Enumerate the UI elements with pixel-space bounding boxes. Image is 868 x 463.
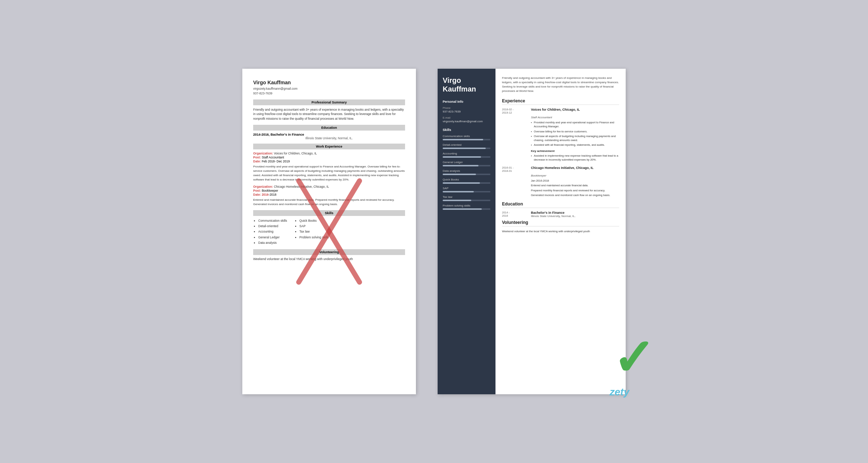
skill-bar-fill [443,208,482,210]
left-phone: 937-823-7639 [253,91,405,96]
right-email: virgozety.kauffman@gmail.com [443,120,490,123]
resume-left: Virgo Kauffman virgozety.kauffmann@gmail… [242,69,416,394]
list-item: Data analysis [258,240,287,246]
right-summary: Friendly and outgoing accountant with 3+… [502,76,619,93]
right-job1-header: 2018-02 - 2019-12 Voices for Children, C… [502,108,619,114]
skill-bar-fill [443,182,480,184]
skill-bar-fill [443,165,478,166]
list-item: Accounting [258,229,287,234]
right-name: VirgoKauffman [443,76,490,93]
list-item: SAP [299,224,329,229]
left-contact: virgozety.kauffmann@gmail.com 937-823-76… [253,86,405,96]
right-phone: 937-823-7639 [443,110,490,113]
list-item: Problem solving skills [299,235,329,240]
skill-data-analysis: Data analysis [443,169,490,175]
left-job2-post: Post: Bookkeeper [253,189,405,192]
right-volunteer-title: Volunteering [502,220,619,226]
list-item: Communication skills [258,218,287,224]
list-item: Quick Books [299,218,329,224]
left-edu-header: Education [253,125,405,131]
right-job1-bullet3: Oversaw all aspects of budgeting includi… [531,134,619,143]
skill-bar-bg [443,165,490,166]
resume-right: VirgoKauffman Personal Info Phone 937-82… [438,69,626,394]
skill-bar-fill [443,148,486,149]
right-sidebar: VirgoKauffman Personal Info Phone 937-82… [438,69,495,394]
left-job2-org: Organization: Chicago Homeless Initiativ… [253,185,405,188]
skill-bar-bg [443,200,490,201]
left-job1-date: Date: Feb 2018- Dec 2019 [253,160,405,163]
skill-bar-fill [443,156,481,158]
left-edu-degree: 2014-2016, Bachelor's in Finance [253,133,405,136]
skill-bar-bg [443,208,490,210]
left-email: virgozety.kauffmann@gmail.com [253,86,405,91]
skill-bar-bg [443,148,490,149]
left-job2-desc: Entered and maintained accurate financia… [253,198,405,207]
left-skills-grid: Communication skills Detail-oriented Acc… [253,218,405,246]
skill-bar-fill [443,174,476,175]
right-job1-dates: 2018-02 - 2019-12 [502,108,527,114]
skill-quickbooks: Quick Books [443,178,490,184]
skill-bar-bg [443,191,490,192]
right-job1-bullet1: Provided monthly and year-end operationa… [531,120,619,129]
left-job1-desc: Provided monthly and year-end operationa… [253,165,405,182]
right-job2: 2016-01 - 2018-01 Chicago Homeless Initi… [502,166,619,197]
right-volunteer-text: Weekend volunteer at the local YMCA work… [502,229,619,233]
left-volunteer-text: Weekend volunteer at the local YMCA work… [253,257,405,261]
skill-bar-fill [443,200,471,201]
skill-accounting: Accounting [443,152,490,158]
right-job1-details: Staff Accountant Provided monthly and ye… [502,116,619,162]
list-item: General Ledger [258,235,287,240]
left-work-header: Work Experience [253,144,405,149]
left-job1-post: Post: Staff Accountant [253,156,405,159]
skill-bar-bg [443,156,490,158]
skill-bar-fill [443,139,483,140]
skill-general-ledger: General Ledger [443,161,490,166]
left-name: Virgo Kauffman [253,80,405,85]
right-main: Friendly and outgoing accountant with 3+… [495,69,626,394]
skill-bar-bg [443,174,490,175]
right-job1-achievement: Assisted in implementing new expense tra… [531,154,619,162]
left-job1-org: Organization: Voices for Children, Chica… [253,152,405,155]
right-edu-details: Bachelor's in Finance Illinois State Uni… [531,211,575,218]
skill-detail: Detail-oriented [443,143,490,149]
left-summary-text: Friendly and outgoing accountant with 3+… [253,107,405,121]
right-job2-body: Chicago Homeless Initiative, Chicago, IL [531,166,593,173]
right-edu-title: Education [502,201,619,208]
left-skills-col2: Quick Books SAP Tax law Problem solving … [294,218,329,246]
left-skills-header: Skills [253,210,405,216]
left-summary-header: Professional Summary [253,99,405,105]
skill-taxlaw: Tax law [443,195,490,201]
right-job1-body: Voices for Children, Chicago, IL [531,108,580,114]
right-phone-label: Phone [443,106,490,110]
skill-bar-fill [443,191,474,192]
left-edu-school: Illinois State University, Normal, IL. [253,136,405,140]
right-job1-bullet2: Oversaw billing for fee-to-service custo… [531,129,619,133]
right-job2-dates: 2016-01 - 2018-01 [502,166,527,173]
list-item: Detail-oriented [258,224,287,229]
right-edu-dates: 2014 - 2016 [502,211,527,218]
right-edu: 2014 - 2016 Bachelor's in Finance Illino… [502,211,619,218]
zety-watermark: zety [610,386,629,398]
left-skills-col1: Communication skills Detail-oriented Acc… [253,218,287,246]
right-skills-title: Skills [443,128,490,132]
list-item: Tax law [299,229,329,234]
right-job2-details: Bookkeeper Jan 2016-2018 Entered and mai… [502,174,619,197]
left-volunteer-header: Volunteering [253,249,405,255]
skill-sap: SAP [443,187,490,192]
skill-bar-bg [443,182,490,184]
right-personal-info-title: Personal Info [443,100,490,103]
right-job1-bullet4: Assisted with all financial reporting, s… [531,143,619,147]
right-email-label: E-mail [443,116,490,119]
skill-bar-bg [443,139,490,140]
left-job2-date: Date: 2016-2018 [253,193,405,196]
right-job1: 2018-02 - 2019-12 Voices for Children, C… [502,108,619,162]
right-exp-title: Experience [502,98,619,105]
right-job2-header: 2016-01 - 2018-01 Chicago Homeless Initi… [502,166,619,173]
skill-communication: Communication skills [443,135,490,140]
skill-problem-solving: Problem solving skills [443,204,490,210]
